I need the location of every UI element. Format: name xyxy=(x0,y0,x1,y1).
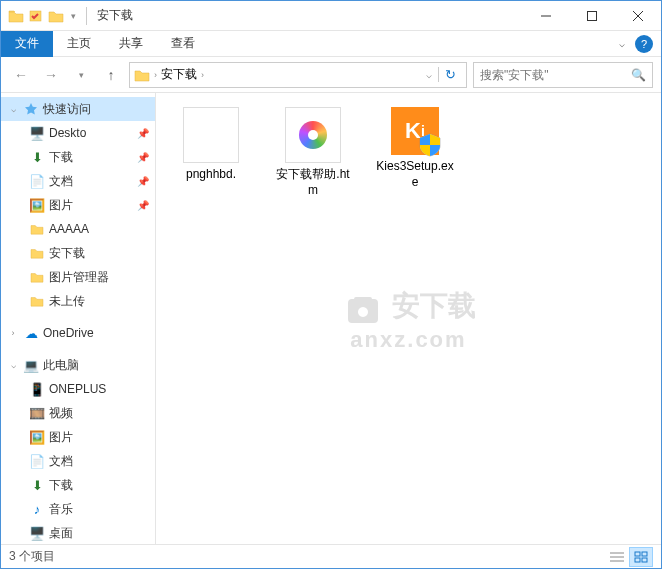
folder-icon xyxy=(29,245,45,261)
qat-dropdown-icon[interactable]: ▾ xyxy=(67,11,80,21)
sidebar-item-videos[interactable]: 🎞️ 视频 xyxy=(1,401,155,425)
search-input[interactable] xyxy=(480,68,631,82)
breadcrumb-current[interactable]: 安下载 xyxy=(161,66,197,83)
maximize-button[interactable] xyxy=(569,1,615,31)
nav-back-button[interactable]: ← xyxy=(9,63,33,87)
pin-icon: 📌 xyxy=(137,176,149,187)
breadcrumb-folder-icon xyxy=(134,68,150,82)
nav-up-button[interactable]: ↑ xyxy=(99,63,123,87)
refresh-button[interactable]: ↻ xyxy=(438,67,462,82)
nav-history-dropdown[interactable]: ▾ xyxy=(69,63,93,87)
statusbar: 3 个项目 xyxy=(1,544,661,568)
app-folder-icon xyxy=(7,7,25,25)
desktop-icon: 🖥️ xyxy=(29,525,45,541)
sidebar-item-music[interactable]: ♪ 音乐 xyxy=(1,497,155,521)
videos-icon: 🎞️ xyxy=(29,405,45,421)
pin-icon: 📌 xyxy=(137,200,149,211)
sidebar-item-downloads[interactable]: ⬇ 下载 📌 xyxy=(1,145,155,169)
chevron-right-icon[interactable]: › xyxy=(7,328,19,338)
sidebar-item-folder[interactable]: 未上传 xyxy=(1,289,155,313)
sidebar-item-folder[interactable]: AAAAA xyxy=(1,217,155,241)
file-item[interactable]: Ki Kies3Setup.exe xyxy=(374,107,456,190)
file-blank-icon xyxy=(183,107,239,163)
tab-home[interactable]: 主页 xyxy=(53,31,105,57)
chevron-down-icon[interactable]: ⌵ xyxy=(7,360,19,370)
tab-file[interactable]: 文件 xyxy=(1,31,53,57)
chevron-down-icon[interactable]: ⌵ xyxy=(7,104,19,114)
star-icon xyxy=(23,101,39,117)
file-view[interactable]: 安下载 anxz.com pnghhbd. 安下载帮助.htm Ki xyxy=(156,93,661,544)
titlebar: ▾ 安下载 xyxy=(1,1,661,31)
ribbon-expand-icon[interactable]: ⌵ xyxy=(609,38,635,49)
file-exe-icon: Ki xyxy=(391,107,439,155)
breadcrumb-root-sep[interactable]: › xyxy=(154,70,157,80)
svg-rect-11 xyxy=(642,558,647,562)
address-bar[interactable]: › 安下载 › ⌵ ↻ xyxy=(129,62,467,88)
window-title: 安下载 xyxy=(97,7,133,24)
documents-icon: 📄 xyxy=(29,173,45,189)
tab-share[interactable]: 共享 xyxy=(105,31,157,57)
help-button[interactable]: ? xyxy=(635,35,653,53)
sidebar-item-downloads[interactable]: ⬇ 下载 xyxy=(1,473,155,497)
sidebar-item-documents[interactable]: 📄 文档 xyxy=(1,449,155,473)
file-htm-icon xyxy=(285,107,341,163)
search-box[interactable]: 🔍 xyxy=(473,62,653,88)
status-item-count: 3 个项目 xyxy=(9,548,55,565)
sidebar-item-desktop[interactable]: 🖥️ 桌面 xyxy=(1,521,155,544)
onedrive-icon: ☁ xyxy=(23,325,39,341)
sidebar-item-pictures[interactable]: 🖼️ 图片 xyxy=(1,425,155,449)
watermark: 安下载 anxz.com xyxy=(342,285,476,353)
view-icons-button[interactable] xyxy=(629,547,653,567)
nav-sidebar[interactable]: ⌵ 快速访问 🖥️ Deskto 📌 ⬇ 下载 📌 📄 文档 📌 🖼️ 图片 📌… xyxy=(1,93,156,544)
qat-properties-icon[interactable] xyxy=(27,7,45,25)
sidebar-this-pc[interactable]: ⌵ 💻 此电脑 xyxy=(1,353,155,377)
documents-icon: 📄 xyxy=(29,453,45,469)
ribbon-tabs: 文件 主页 共享 查看 ⌵ ? xyxy=(1,31,661,57)
breadcrumb-sep[interactable]: › xyxy=(201,70,204,80)
downloads-icon: ⬇ xyxy=(29,477,45,493)
view-details-button[interactable] xyxy=(605,547,629,567)
svg-rect-10 xyxy=(635,558,640,562)
sidebar-quick-access[interactable]: ⌵ 快速访问 xyxy=(1,97,155,121)
tab-view[interactable]: 查看 xyxy=(157,31,209,57)
desktop-icon: 🖥️ xyxy=(29,125,45,141)
navbar: ← → ▾ ↑ › 安下载 › ⌵ ↻ 🔍 xyxy=(1,57,661,93)
music-icon: ♪ xyxy=(29,501,45,517)
pictures-icon: 🖼️ xyxy=(29,197,45,213)
sidebar-item-folder[interactable]: 图片管理器 xyxy=(1,265,155,289)
sidebar-item-pictures[interactable]: 🖼️ 图片 📌 xyxy=(1,193,155,217)
pictures-icon: 🖼️ xyxy=(29,429,45,445)
svg-rect-9 xyxy=(642,552,647,556)
sidebar-item-desktop[interactable]: 🖥️ Deskto 📌 xyxy=(1,121,155,145)
uac-shield-icon xyxy=(419,133,441,157)
folder-icon xyxy=(29,293,45,309)
qat-newfolder-icon[interactable] xyxy=(47,7,65,25)
search-icon[interactable]: 🔍 xyxy=(631,68,646,82)
folder-icon xyxy=(29,221,45,237)
close-button[interactable] xyxy=(615,1,661,31)
sidebar-item-documents[interactable]: 📄 文档 📌 xyxy=(1,169,155,193)
sidebar-item-folder[interactable]: 安下载 xyxy=(1,241,155,265)
pc-icon: 💻 xyxy=(23,357,39,373)
pin-icon: 📌 xyxy=(137,152,149,163)
downloads-icon: ⬇ xyxy=(29,149,45,165)
folder-icon xyxy=(29,269,45,285)
file-item[interactable]: pnghhbd. xyxy=(170,107,252,183)
file-item[interactable]: 安下载帮助.htm xyxy=(272,107,354,198)
sidebar-onedrive[interactable]: › ☁ OneDrive xyxy=(1,321,155,345)
svg-rect-8 xyxy=(635,552,640,556)
sidebar-item-device[interactable]: 📱 ONEPLUS xyxy=(1,377,155,401)
device-icon: 📱 xyxy=(29,381,45,397)
nav-forward-button[interactable]: → xyxy=(39,63,63,87)
svg-rect-2 xyxy=(588,11,597,20)
minimize-button[interactable] xyxy=(523,1,569,31)
address-dropdown-icon[interactable]: ⌵ xyxy=(420,69,438,80)
pin-icon: 📌 xyxy=(137,128,149,139)
